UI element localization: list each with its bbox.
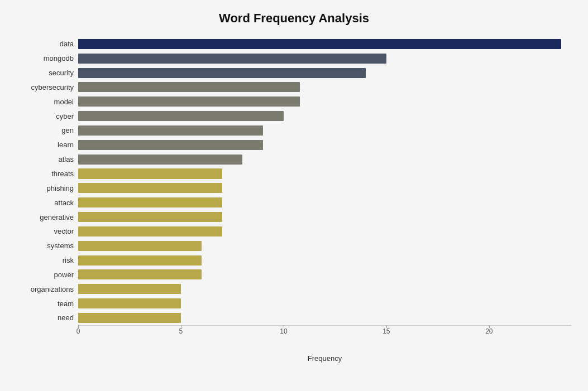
- tick-mark: [78, 325, 79, 328]
- bar-row: cyber: [17, 109, 571, 123]
- bar: [78, 183, 222, 193]
- bar-track: [78, 212, 571, 222]
- chart-area: datamongodbsecuritycybersecuritymodelcyb…: [17, 37, 571, 339]
- bar: [78, 140, 263, 150]
- bar: [78, 82, 300, 92]
- bar-label: attack: [17, 199, 78, 207]
- bar-row: power: [17, 268, 571, 282]
- bar-label: atlas: [17, 155, 78, 163]
- bar-row: phishing: [17, 181, 571, 195]
- bar-row: generative: [17, 210, 571, 224]
- bar-label: risk: [17, 256, 78, 264]
- bar-row: data: [17, 37, 571, 51]
- x-tick: 5: [179, 327, 183, 335]
- bar-track: [78, 39, 571, 49]
- bar-label: power: [17, 271, 78, 279]
- x-tick: 0: [77, 327, 80, 335]
- bar-track: [78, 226, 571, 236]
- bar-track: [78, 125, 571, 136]
- bar-row: risk: [17, 253, 571, 268]
- bar-label: threats: [17, 170, 78, 178]
- bar: [78, 212, 222, 222]
- bar: [78, 54, 386, 64]
- bar: [78, 125, 263, 136]
- bar-row: learn: [17, 138, 571, 152]
- bar-label: vector: [17, 227, 78, 235]
- x-tick: 15: [383, 327, 390, 335]
- bar-label: data: [17, 40, 78, 48]
- bar: [78, 313, 181, 323]
- bar: [78, 155, 242, 165]
- bar-track: [78, 168, 571, 178]
- bar-label: mongodb: [17, 54, 78, 62]
- bar-row: need: [17, 311, 571, 325]
- bar-track: [78, 269, 571, 279]
- x-tick: 10: [280, 327, 287, 335]
- bar-track: [78, 68, 571, 78]
- bar: [78, 226, 222, 236]
- bar-row: vector: [17, 224, 571, 239]
- bar-track: [78, 313, 571, 323]
- tick-mark: [181, 325, 181, 328]
- bar-row: atlas: [17, 152, 571, 167]
- bar-row: systems: [17, 239, 571, 253]
- bar: [78, 197, 222, 207]
- bar-row: threats: [17, 167, 571, 181]
- bar-track: [78, 183, 571, 193]
- bar-track: [78, 54, 571, 64]
- bar-label: need: [17, 313, 78, 322]
- bar-label: phishing: [17, 184, 78, 192]
- x-axis: 05101520: [78, 325, 571, 339]
- bar-track: [78, 155, 571, 165]
- bar-row: model: [17, 94, 571, 109]
- bar-label: team: [17, 300, 78, 308]
- chart-container: Word Frequency Analysis datamongodbsecur…: [0, 0, 588, 391]
- bar-label: gen: [17, 126, 78, 134]
- bar-row: organizations: [17, 282, 571, 296]
- bar-row: security: [17, 66, 571, 80]
- bar-track: [78, 241, 571, 251]
- bar-row: gen: [17, 123, 571, 138]
- bar-track: [78, 82, 571, 92]
- bar-track: [78, 111, 571, 121]
- bar: [78, 269, 202, 279]
- bar-track: [78, 298, 571, 308]
- bar: [78, 96, 300, 107]
- bar-track: [78, 197, 571, 207]
- bar: [78, 168, 222, 178]
- x-axis-label: Frequency: [78, 354, 571, 363]
- bar-label: cyber: [17, 112, 78, 120]
- bar-label: organizations: [17, 285, 78, 293]
- bar-track: [78, 255, 571, 266]
- bar: [78, 284, 181, 294]
- bar: [78, 68, 366, 78]
- bar-track: [78, 140, 571, 150]
- bar-label: generative: [17, 213, 78, 221]
- x-tick: 20: [485, 327, 493, 335]
- bar-row: mongodb: [17, 51, 571, 66]
- bar: [78, 39, 561, 49]
- bar-label: systems: [17, 242, 78, 250]
- bar-track: [78, 96, 571, 107]
- bar-label: security: [17, 69, 78, 77]
- bar-row: attack: [17, 195, 571, 210]
- tick-mark: [386, 325, 387, 328]
- bar-label: cybersecurity: [17, 83, 78, 91]
- bar: [78, 255, 202, 266]
- bar: [78, 241, 202, 251]
- bar: [78, 298, 181, 308]
- bar-track: [78, 284, 571, 294]
- chart-title: Word Frequency Analysis: [17, 11, 571, 26]
- bar-label: learn: [17, 141, 78, 149]
- bar-row: cybersecurity: [17, 80, 571, 95]
- tick-mark: [489, 325, 490, 328]
- bar-row: team: [17, 296, 571, 311]
- tick-mark: [284, 325, 284, 328]
- bar: [78, 111, 284, 121]
- bar-label: model: [17, 98, 78, 106]
